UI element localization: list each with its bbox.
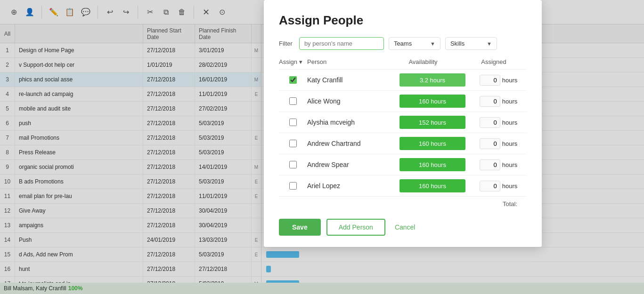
assigned-col: hours [470,138,527,149]
teams-arrow-icon: ▼ [430,41,435,47]
person-checkbox[interactable] [279,119,307,126]
person-name: Ariel Lopez [307,182,395,190]
assigned-input[interactable] [480,75,500,86]
person-checkbox-input[interactable] [289,76,297,84]
person-checkbox[interactable] [279,140,307,147]
person-row: Alyshia mcveigh 152 hours hours [279,112,527,133]
avail-bar: 3.2 hours [399,73,465,87]
total-label: Total: [503,200,517,207]
person-name: Katy Cranfill [307,76,395,84]
person-row: Andrew Spear 160 hours hours [279,154,527,175]
person-checkbox-input[interactable] [289,140,297,147]
avail-bar: 160 hours [399,179,465,192]
assigned-unit: hours [502,119,518,126]
assigned-unit: hours [502,98,518,105]
modal-title: Assign People [279,13,527,28]
avail-cell: 160 hours [395,158,470,171]
avail-cell: 160 hours [395,179,470,192]
person-checkbox-input[interactable] [289,182,297,190]
avail-cell: 3.2 hours [395,73,470,87]
col-avail-header: Availability [385,58,461,65]
save-button[interactable]: Save [279,219,321,236]
assigned-unit: hours [502,161,518,168]
avail-cell: 160 hours [395,95,470,108]
modal-footer: Save Add Person Cancel [279,219,527,236]
filter-row: Filter Teams ▼ Skills ▼ [279,37,527,50]
person-checkbox-input[interactable] [289,97,297,105]
teams-dropdown[interactable]: Teams ▼ [389,37,440,50]
col-person-header: Person [307,58,385,65]
assigned-input[interactable] [480,117,500,128]
assigned-input[interactable] [480,138,500,149]
filter-input[interactable] [299,37,384,50]
person-name: Alice Wong [307,97,395,105]
person-checkbox-input[interactable] [289,119,297,126]
person-name: Andrew Chartrand [307,140,395,147]
person-list: Katy Cranfill 3.2 hours hours Alice Wong… [279,70,527,197]
avail-cell: 152 hours [395,116,470,129]
person-name: Alyshia mcveigh [307,119,395,126]
col-assigned-header: Assigned [461,58,527,65]
assigned-unit: hours [502,183,518,190]
person-checkbox-input[interactable] [289,161,297,168]
assign-people-modal: Assign People Filter Teams ▼ Skills ▼ As… [264,0,542,247]
skills-label: Skills [450,40,465,47]
assigned-col: hours [470,75,527,86]
avail-bar: 160 hours [399,95,465,108]
assigned-col: hours [470,96,527,107]
avail-cell: 160 hours [395,137,470,150]
person-row: Andrew Chartrand 160 hours hours [279,133,527,154]
assigned-unit: hours [502,77,518,84]
person-checkbox[interactable] [279,182,307,190]
person-row: Alice Wong 160 hours hours [279,91,527,112]
skills-arrow-icon: ▼ [487,41,492,47]
teams-label: Teams [394,40,412,47]
person-row: Katy Cranfill 3.2 hours hours [279,70,527,91]
avail-bar: 160 hours [399,137,465,150]
assigned-input[interactable] [480,96,500,107]
person-name: Andrew Spear [307,161,395,168]
assigned-col: hours [470,159,527,170]
cancel-button[interactable]: Cancel [391,220,419,235]
avail-bar: 160 hours [399,158,465,171]
person-checkbox[interactable] [279,76,307,84]
filter-label: Filter [279,40,293,47]
assigned-col: hours [470,117,527,128]
avail-bar: 152 hours [399,116,465,129]
skills-dropdown[interactable]: Skills ▼ [445,37,497,50]
assigned-input[interactable] [480,181,500,191]
person-checkbox[interactable] [279,97,307,105]
person-checkbox[interactable] [279,161,307,168]
assigned-input[interactable] [480,159,500,170]
assigned-unit: hours [502,140,518,147]
person-list-header: Assign ▾ Person Availability Assigned [279,58,527,70]
add-person-button[interactable]: Add Person [326,219,385,236]
total-row: Total: [279,197,527,211]
assigned-col: hours [470,181,527,191]
person-row: Ariel Lopez 160 hours hours [279,175,527,197]
col-assign-header[interactable]: Assign ▾ [279,58,307,65]
